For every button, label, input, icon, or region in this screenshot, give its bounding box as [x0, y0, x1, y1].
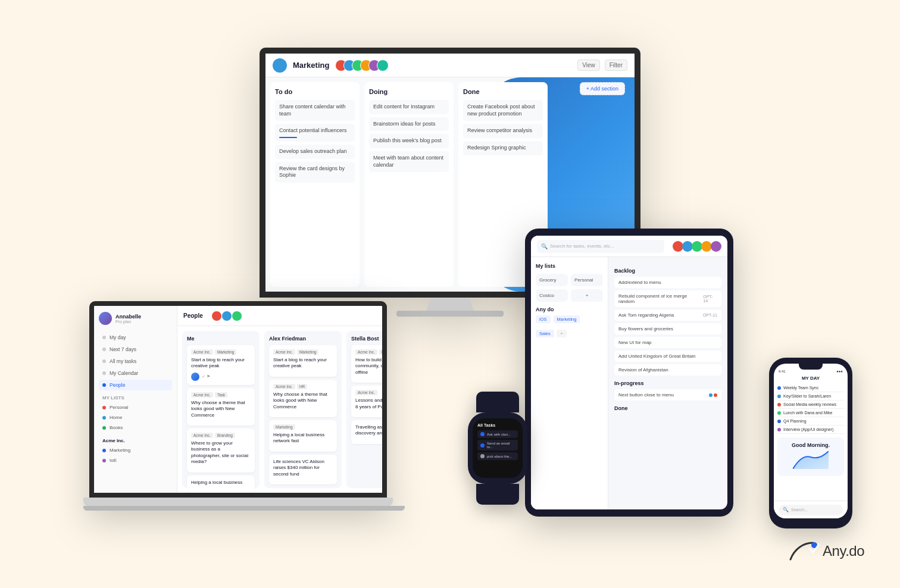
iphone-status-bar: 9:41 ●●●	[774, 370, 848, 373]
ipad-device: 🔍 Search for tasks, events, etc...	[525, 229, 733, 517]
sidebar-item-people[interactable]: People	[99, 380, 172, 390]
add-section-button[interactable]: + Add section	[580, 82, 625, 95]
card-title: Why choose a theme that looks good with …	[191, 400, 251, 418]
filter-button[interactable]: Filter	[605, 60, 627, 71]
card-title: Start a blog to reach your creative peak	[191, 357, 251, 370]
in-progress-title: In-progress	[614, 380, 721, 386]
ipad-screen: 🔍 Search for tasks, events, etc...	[531, 236, 727, 509]
sidebar-item-calendar[interactable]: My Calendar	[99, 368, 172, 379]
monitor-topbar: Marketing View Filter	[265, 54, 635, 77]
monitor-stand	[426, 298, 474, 311]
iphone-notch	[799, 364, 823, 370]
avatar	[711, 241, 721, 252]
board-column-stella: Stella Bost Acme Inc. HR How to build a …	[346, 331, 382, 488]
task-dot	[777, 403, 781, 406]
tag: Task	[215, 392, 227, 398]
monitor-task: Edit content for Instagram	[369, 100, 449, 114]
board-card: Acme Inc. Branding Where to grow your bu…	[187, 429, 255, 473]
list-color-dot	[102, 406, 106, 409]
card-icons: ✓ ⚑	[202, 374, 210, 379]
ipad-content: My lists Grocery Personal Costco + Any d…	[531, 257, 727, 509]
tag: Acme Inc.	[273, 384, 295, 389]
card-title: How to build a loyal community, online a…	[355, 357, 382, 376]
card-tags: Acme Inc. HR	[355, 349, 382, 355]
board-card: Marketing Helping a local business netwo…	[269, 420, 337, 452]
list-add-button[interactable]: +	[571, 289, 603, 302]
watch-task: pick about the...	[477, 452, 518, 460]
search-placeholder: Search for tasks, events, etc...	[550, 243, 614, 249]
watch-title: All Tasks	[477, 423, 518, 427]
watch-screen: All Tasks Ask with clari... Send an emai…	[473, 418, 523, 478]
nav-icon	[102, 371, 106, 375]
view-button[interactable]: View	[577, 60, 600, 71]
tag-sales[interactable]: Sales	[536, 330, 554, 337]
anydo-tags: iOS Marketing	[536, 315, 603, 323]
monitor-controls: View Filter	[577, 60, 627, 71]
list-grid: Grocery Personal Costco +	[536, 274, 603, 302]
tag-marketing[interactable]: Marketing	[554, 315, 580, 323]
col-title-stella: Stella Bost	[351, 336, 382, 342]
card-title: Helping a local business network fast	[273, 432, 333, 445]
iphone-search[interactable]: 🔍 Search...	[779, 505, 843, 515]
iphone-app-wrapper: 9:41 ●●● MY DAY Weekly Team Sync	[774, 364, 848, 518]
laptop-board: Me Acme Inc. Marketing Start a blog to r…	[177, 326, 382, 493]
watch-task: Send an email to...	[477, 440, 518, 451]
workspace-section: Acme Inc. Marketing IoE	[99, 438, 172, 465]
task-dot	[777, 428, 781, 431]
list-item-personal[interactable]: Personal	[571, 274, 603, 286]
task-icon	[480, 443, 485, 448]
board-card: Acme Inc. HR Why choose a theme that loo…	[269, 380, 337, 417]
sidebar-item-myday[interactable]: My day	[99, 332, 172, 343]
monitor-avatars	[339, 60, 389, 71]
monitor-user-avatar	[273, 58, 287, 73]
add-tag-button[interactable]: +	[557, 330, 566, 337]
tag-ios[interactable]: iOS	[536, 315, 551, 323]
board-title: People	[183, 312, 203, 319]
tag: Acme Inc.	[191, 392, 213, 398]
greeting-text: Good Morning.	[782, 442, 839, 448]
list-item-books[interactable]: Books	[99, 423, 172, 432]
scene: Marketing View Filter	[0, 0, 900, 588]
col-title-todo: To do	[275, 88, 355, 95]
tag: Marketing	[215, 349, 237, 355]
nav-icon	[102, 336, 106, 339]
monitor-task: Brainstorm ideas for posts	[369, 117, 449, 132]
watch-band-bottom	[476, 484, 519, 505]
list-color-dot	[102, 416, 106, 420]
list-item-personal[interactable]: Personal	[99, 403, 172, 412]
sidebar-item-next7[interactable]: Next 7 days	[99, 344, 172, 355]
list-item-home[interactable]: Home	[99, 413, 172, 422]
tag: Acme Inc.	[191, 349, 213, 355]
my-lists-title: My lists	[102, 395, 172, 401]
board-item-marketing[interactable]: Marketing	[99, 446, 172, 455]
board-card: Acme Inc. HR How to build a loyal commun…	[351, 345, 382, 383]
board-item-ioe[interactable]: IoE	[99, 456, 172, 465]
done-title: Done	[614, 405, 721, 411]
monitor-base	[396, 311, 504, 317]
laptop-main: People Me Acme In	[177, 306, 382, 493]
sidebar-item-alltasks[interactable]: All my tasks	[99, 356, 172, 367]
list-item-grocery[interactable]: Grocery	[536, 274, 568, 286]
sidebar-role: Pro plan	[115, 320, 141, 324]
laptop-device: Annabelle Pro plan My day Next 7 days	[83, 301, 393, 511]
list-item-costco[interactable]: Costco	[536, 289, 568, 302]
card-tags: Marketing	[273, 424, 333, 430]
task-badges	[709, 393, 717, 397]
watch-task: Ask with clari...	[477, 430, 518, 438]
iphone-bottom-bar: 🔍 Search...	[774, 501, 848, 518]
watch-band-top	[476, 392, 519, 412]
tag: Acme Inc.	[191, 433, 213, 438]
iphone-progress-chart	[793, 451, 829, 469]
sidebar-username: Annabelle	[115, 314, 141, 320]
board-card: Travelling as a way of self-discovery an…	[351, 420, 382, 444]
card-tags: Acme Inc. HR	[273, 384, 333, 389]
task-item: Rebuild component of ice merge random OP…	[614, 290, 721, 307]
nav-icon	[102, 348, 106, 351]
ipad-sidebar: My lists Grocery Personal Costco + Any d…	[531, 257, 608, 509]
ipad-search-bar[interactable]: 🔍 Search for tasks, events, etc...	[537, 240, 664, 253]
task-item: Add/extend to menu	[614, 277, 721, 288]
iphone-task: Lunch with Dana and Mike	[777, 409, 844, 417]
sidebar-avatar	[99, 312, 112, 325]
card-tags: Acme Inc. Marketing	[273, 349, 333, 355]
board-avatar	[211, 311, 222, 321]
